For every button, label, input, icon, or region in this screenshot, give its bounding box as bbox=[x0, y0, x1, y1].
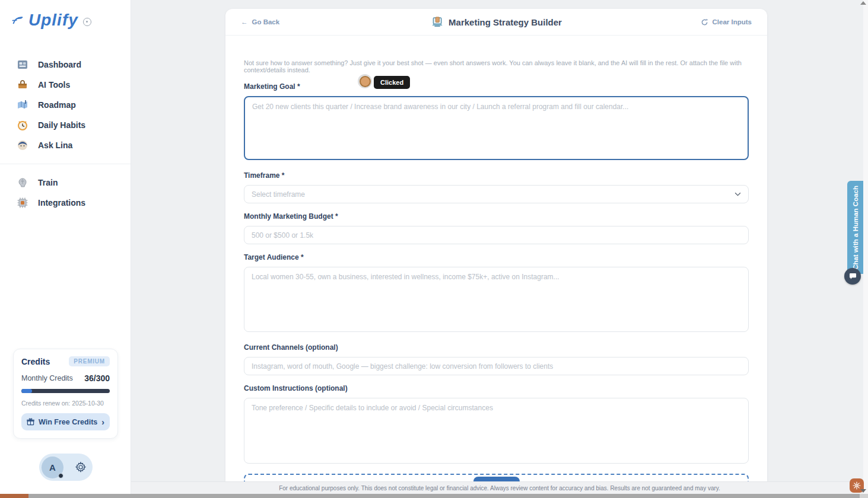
current-channels-input[interactable] bbox=[244, 357, 749, 375]
required-asterisk: * bbox=[301, 253, 304, 261]
budget-label: Monthly Marketing Budget * bbox=[244, 212, 749, 221]
disclaimer-text: For educational purposes only. This does… bbox=[279, 485, 720, 491]
chevron-down-icon bbox=[735, 192, 741, 196]
horizontal-scrollbar[interactable] bbox=[0, 494, 868, 498]
win-button-label: Win Free Credits bbox=[39, 418, 97, 426]
custom-instructions-textarea[interactable] bbox=[244, 398, 749, 464]
custom-instructions-label: Custom Instructions (optional) bbox=[244, 384, 749, 392]
click-dot bbox=[360, 76, 371, 87]
marketing-goal-textarea[interactable] bbox=[244, 96, 749, 160]
required-asterisk: * bbox=[297, 82, 300, 91]
page-title: Marketing Strategy Builder bbox=[449, 17, 562, 27]
go-back-label: Go Back bbox=[252, 18, 280, 25]
sidebar-item-label: Integrations bbox=[38, 198, 85, 208]
avatar[interactable]: A bbox=[42, 456, 63, 478]
gift-icon bbox=[27, 418, 34, 426]
chat-bubble-button[interactable] bbox=[844, 268, 861, 285]
credits-title: Credits bbox=[21, 357, 50, 366]
chat-with-human-coach-tab[interactable]: Chat with a Human Coach bbox=[847, 181, 863, 274]
chevron-right-icon: › bbox=[101, 417, 104, 427]
sidebar-item-dashboard[interactable]: Dashboard bbox=[0, 55, 131, 75]
sidebar-item-label: Daily Habits bbox=[38, 120, 85, 130]
credits-renew-text: Credits renew on: 2025-10-30 bbox=[21, 400, 110, 407]
page-title-wrap: Marketing Strategy Builder bbox=[431, 17, 562, 28]
current-channels-label: Current Channels (optional) bbox=[244, 343, 749, 352]
starburst-icon bbox=[853, 481, 861, 490]
toolbox-icon bbox=[17, 79, 28, 91]
clock-icon bbox=[17, 119, 28, 131]
credits-progress-fill bbox=[21, 389, 32, 393]
user-menu[interactable]: A bbox=[39, 454, 93, 481]
map-icon bbox=[17, 99, 28, 111]
footer-bar: For educational purposes only. This does… bbox=[131, 481, 868, 494]
dashboard-icon bbox=[17, 59, 28, 71]
sidebar-item-ai-tools[interactable]: AI Tools bbox=[0, 75, 131, 95]
sidebar: Uplify Dashboard AI Tools Roadmap Daily … bbox=[0, 0, 131, 494]
vertical-scrollbar[interactable] bbox=[863, 0, 868, 494]
sidebar-item-label: Train bbox=[38, 178, 58, 187]
back-arrow-icon: ← bbox=[241, 18, 248, 25]
required-asterisk: * bbox=[282, 171, 285, 180]
sidebar-item-train[interactable]: Train bbox=[0, 173, 131, 193]
budget-input[interactable] bbox=[244, 226, 749, 244]
sidebar-item-label: Roadmap bbox=[38, 100, 76, 110]
chat-tab-label: Chat with a Human Coach bbox=[852, 186, 859, 270]
scrollbar-corner bbox=[860, 494, 868, 498]
card-header: ← Go Back Marketing Strategy Builder Cle… bbox=[225, 9, 767, 36]
gear-icon[interactable] bbox=[75, 461, 87, 473]
sidebar-item-label: Ask Lina bbox=[38, 141, 72, 150]
sidebar-item-roadmap[interactable]: Roadmap bbox=[0, 95, 131, 115]
scroll-down-arrow[interactable] bbox=[860, 489, 866, 493]
timeframe-label: Timeframe * bbox=[244, 171, 749, 180]
generate-button-partial[interactable] bbox=[473, 477, 520, 481]
timeframe-placeholder: Select timeframe bbox=[252, 190, 305, 199]
logo-text: Uplify bbox=[28, 11, 78, 30]
win-free-credits-button[interactable]: Win Free Credits › bbox=[21, 413, 110, 430]
sidebar-item-label: AI Tools bbox=[38, 80, 70, 90]
chip-icon bbox=[17, 197, 28, 209]
go-back-link[interactable]: ← Go Back bbox=[241, 18, 279, 25]
primary-nav: Dashboard AI Tools Roadmap Daily Habits … bbox=[0, 55, 131, 213]
scroll-up-arrow[interactable] bbox=[860, 1, 866, 5]
chat-bubble-icon bbox=[849, 273, 857, 280]
clear-inputs-label: Clear Inputs bbox=[713, 18, 752, 25]
sidebar-item-ask-lina[interactable]: Ask Lina bbox=[0, 135, 131, 155]
target-audience-textarea[interactable] bbox=[244, 267, 749, 332]
sidebar-item-integrations[interactable]: Integrations bbox=[0, 193, 131, 213]
marketing-strategy-form-card: ← Go Back Marketing Strategy Builder Cle… bbox=[225, 9, 767, 481]
form-body: Not sure how to answer something? Just g… bbox=[225, 36, 767, 497]
click-indicator bbox=[358, 74, 372, 88]
horizontal-scrollbar-thumb[interactable] bbox=[0, 494, 28, 498]
form-intro-text: Not sure how to answer something? Just g… bbox=[244, 59, 749, 74]
sidebar-item-label: Dashboard bbox=[38, 60, 81, 69]
sidebar-divider bbox=[0, 164, 131, 164]
target-audience-label: Target Audience * bbox=[244, 253, 749, 261]
target-icon[interactable] bbox=[83, 18, 91, 26]
clicked-tooltip: Clicked bbox=[374, 76, 410, 89]
monthly-credits-value: 36/300 bbox=[84, 374, 110, 383]
credits-card: Credits PREMIUM Monthly Credits 36/300 C… bbox=[13, 349, 118, 439]
sidebar-item-daily-habits[interactable]: Daily Habits bbox=[0, 115, 131, 135]
premium-badge: PREMIUM bbox=[69, 356, 110, 366]
status-dot bbox=[58, 473, 63, 478]
brain-icon bbox=[17, 177, 28, 189]
marketing-goal-label: Marketing Goal * bbox=[244, 82, 749, 91]
laptop-tool-icon bbox=[431, 17, 443, 28]
person-icon bbox=[17, 139, 28, 151]
credits-progress-track bbox=[21, 389, 110, 393]
monthly-credits-label: Monthly Credits bbox=[21, 374, 73, 382]
required-asterisk: * bbox=[335, 212, 338, 221]
timeframe-select[interactable]: Select timeframe bbox=[244, 185, 749, 203]
logo[interactable]: Uplify bbox=[0, 0, 131, 30]
refresh-icon bbox=[701, 18, 708, 26]
uplify-logo-icon bbox=[12, 14, 24, 26]
avatar-initial: A bbox=[49, 462, 56, 473]
clear-inputs-button[interactable]: Clear Inputs bbox=[701, 18, 752, 26]
